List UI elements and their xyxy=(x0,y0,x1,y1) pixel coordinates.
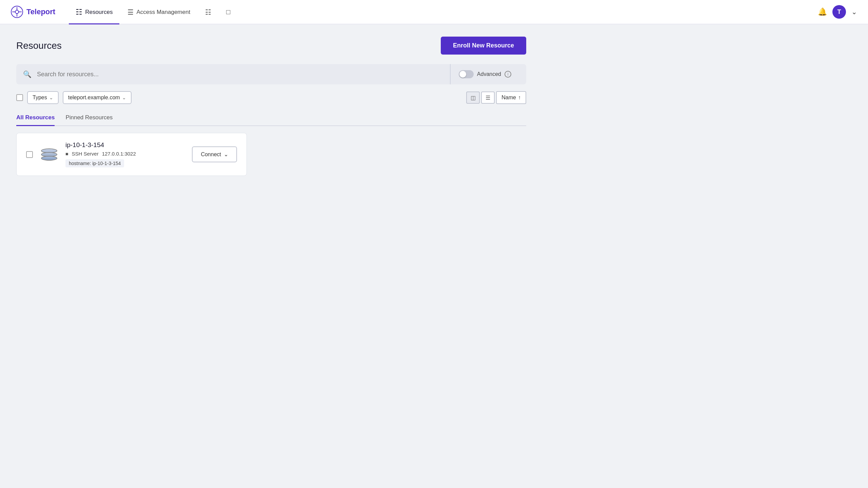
cluster-label: teleport.example.com xyxy=(68,95,120,101)
tabs-row: All Resources Pinned Resources xyxy=(16,109,526,126)
resources-nav-icon: ☷ xyxy=(76,8,82,17)
tab-pinned-resources[interactable]: Pinned Resources xyxy=(65,110,113,126)
connect-chevron-icon: ⌄ xyxy=(224,151,228,158)
resources-nav-label: Resources xyxy=(85,9,113,16)
navbar: Teleport ☷ Resources ☰ Access Management… xyxy=(0,0,868,24)
types-label: Types xyxy=(33,95,47,101)
nav-item-access-management[interactable]: ☰ Access Management xyxy=(121,1,197,24)
user-menu-chevron[interactable]: ⌄ xyxy=(851,8,857,16)
resource-tags: hostname: ip-10-1-3-154 xyxy=(65,159,185,167)
select-all-checkbox[interactable] xyxy=(16,94,23,101)
access-management-nav-label: Access Management xyxy=(136,9,190,16)
connect-button[interactable]: Connect ⌄ xyxy=(192,146,237,162)
resource-tag: hostname: ip-10-1-3-154 xyxy=(65,159,124,167)
types-chevron-icon: ⌄ xyxy=(49,95,53,100)
nav-right: 🔔 T ⌄ xyxy=(818,5,857,19)
types-dropdown[interactable]: Types ⌄ xyxy=(27,91,59,104)
bell-icon: 🔔 xyxy=(818,7,827,16)
avatar-initial: T xyxy=(837,8,841,16)
resource-card: ip-10-1-3-154 ■ SSH Server 127.0.0.1:302… xyxy=(16,133,247,176)
logo-text: Teleport xyxy=(26,7,55,16)
resource-address: 127.0.0.1:3022 xyxy=(102,151,136,157)
sort-icon: ↑ xyxy=(518,95,521,101)
access-management-nav-icon: ☰ xyxy=(127,8,134,16)
resource-type-row: ■ SSH Server 127.0.0.1:3022 xyxy=(65,151,185,157)
enroll-new-resource-button[interactable]: Enroll New Resource xyxy=(441,37,526,55)
search-input[interactable] xyxy=(37,71,445,78)
resource-checkbox[interactable] xyxy=(26,151,33,158)
terminal-nav-icon: □ xyxy=(226,8,230,16)
teleport-logo-icon xyxy=(11,6,23,18)
advanced-toggle[interactable] xyxy=(459,70,474,78)
search-bar: 🔍 Advanced i xyxy=(16,64,526,84)
sort-button[interactable]: Name ↑ xyxy=(496,91,526,104)
activity-nav-icon: ☷ xyxy=(205,8,211,16)
logo[interactable]: Teleport xyxy=(11,6,55,18)
filters-right: ◫ ☰ Name ↑ xyxy=(466,91,526,104)
tab-pinned-resources-label: Pinned Resources xyxy=(65,114,113,121)
filters-row: Types ⌄ teleport.example.com ⌄ ◫ ☰ Name … xyxy=(16,91,526,104)
filters-left: Types ⌄ teleport.example.com ⌄ xyxy=(16,91,132,104)
search-icon: 🔍 xyxy=(23,70,32,78)
disk-layer-bottom xyxy=(41,156,57,161)
nav-items: ☷ Resources ☰ Access Management ☷ □ xyxy=(69,0,237,24)
sort-label: Name xyxy=(501,95,516,101)
resource-info: ip-10-1-3-154 ■ SSH Server 127.0.0.1:302… xyxy=(65,141,185,167)
toggle-thumb xyxy=(459,71,466,78)
page-title: Resources xyxy=(16,40,62,51)
tab-all-resources[interactable]: All Resources xyxy=(16,110,55,126)
ssh-server-icon: ■ xyxy=(65,151,68,157)
resource-type: SSH Server xyxy=(72,151,98,157)
resource-name: ip-10-1-3-154 xyxy=(65,141,185,149)
grid-icon: ◫ xyxy=(471,95,476,101)
svg-point-1 xyxy=(16,11,18,13)
page-header: Resources Enroll New Resource xyxy=(16,37,526,55)
advanced-toggle-section: Advanced i xyxy=(450,64,519,84)
avatar[interactable]: T xyxy=(832,5,846,19)
resource-server-icon xyxy=(40,145,59,164)
nav-item-activity[interactable]: ☷ xyxy=(198,1,218,24)
tab-all-resources-label: All Resources xyxy=(16,114,55,121)
list-icon: ☰ xyxy=(486,95,490,101)
advanced-label: Advanced xyxy=(477,71,501,77)
main-content: Resources Enroll New Resource 🔍 Advanced… xyxy=(0,24,542,188)
cluster-dropdown[interactable]: teleport.example.com ⌄ xyxy=(63,91,132,104)
cluster-chevron-icon: ⌄ xyxy=(122,95,126,100)
list-view-button[interactable]: ☰ xyxy=(481,92,495,104)
tag-hostname: hostname: ip-10-1-3-154 xyxy=(69,161,121,166)
notifications-button[interactable]: 🔔 xyxy=(818,7,827,16)
advanced-info-icon[interactable]: i xyxy=(505,71,511,78)
grid-view-button[interactable]: ◫ xyxy=(466,92,480,104)
nav-item-terminal[interactable]: □ xyxy=(219,1,237,24)
nav-item-resources[interactable]: ☷ Resources xyxy=(69,1,119,24)
connect-label: Connect xyxy=(201,151,221,158)
